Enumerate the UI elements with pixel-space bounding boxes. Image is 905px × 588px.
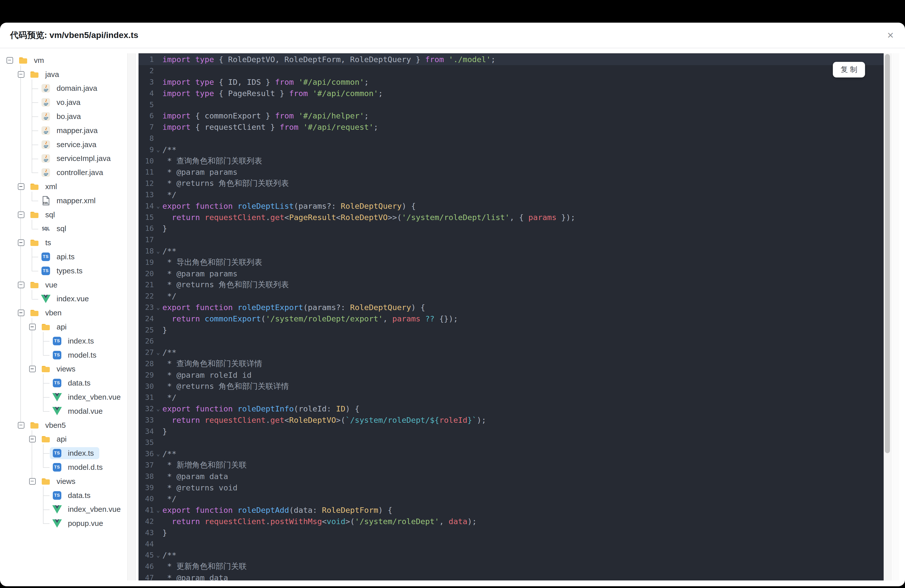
fold-chevron-icon[interactable]: ⌄ [154, 304, 162, 311]
tree-item-content: TSdata.ts [50, 489, 96, 502]
tree-item-sql[interactable]: sql [0, 208, 127, 222]
collapse-minus-icon[interactable] [18, 422, 24, 429]
tree-item-service-java[interactable]: service.java [0, 138, 127, 152]
tree-item-mapper-java[interactable]: mapper.java [0, 124, 127, 138]
code-line: 20 * @param params [138, 268, 884, 279]
tree-item-index-ts[interactable]: TSindex.ts [0, 446, 127, 460]
tree-item-api[interactable]: api [0, 432, 127, 447]
tree-item-domain-java[interactable]: domain.java [0, 81, 127, 95]
fold-chevron-icon[interactable]: ⌄ [154, 146, 162, 153]
fold-chevron-icon[interactable]: ⌄ [154, 405, 162, 412]
tree-item-types-ts[interactable]: TStypes.ts [0, 264, 127, 278]
tree-item-content: serviceImpl.java [38, 153, 116, 164]
tree-item-vben5[interactable]: vben5 [0, 418, 127, 432]
code-text: return requestClient.get<PageResult<Role… [162, 213, 575, 222]
tree-item-model-ts[interactable]: TSmodel.ts [0, 348, 127, 362]
tree-item-xml[interactable]: xml [0, 180, 127, 194]
tree-item-ts[interactable]: ts [0, 236, 127, 250]
vue-file-icon [52, 504, 62, 514]
tree-item-views[interactable]: views [0, 474, 127, 488]
code-scrollbar-thumb[interactable] [885, 54, 890, 453]
tree-item-vben[interactable]: vben [0, 306, 127, 320]
collapse-minus-icon[interactable] [29, 324, 36, 330]
tree-item-api[interactable]: api [0, 320, 127, 334]
tree-item-label: vben5 [45, 421, 66, 429]
code-line: 32⌄export function roleDeptInfo(roleId: … [138, 403, 884, 415]
collapse-minus-icon[interactable] [18, 71, 24, 78]
collapse-minus-icon[interactable] [18, 282, 24, 288]
tree-scrollbar-track[interactable] [127, 53, 136, 580]
code-line: 25} [138, 324, 884, 335]
line-number: 25 [138, 326, 154, 334]
tree-item-api-ts[interactable]: TSapi.ts [0, 250, 127, 264]
tree-item-label: mapper.xml [57, 196, 95, 205]
modal-scrollbar-track[interactable] [893, 53, 899, 580]
collapse-minus-icon[interactable] [18, 240, 24, 246]
tree-item-index-vben-vue[interactable]: index_vben.vue [0, 390, 127, 404]
tree-item-label: index_vben.vue [68, 393, 121, 401]
tree-item-java[interactable]: java [0, 67, 127, 81]
tree-item-mapper-xml[interactable]: XMLmapper.xml [0, 194, 127, 208]
tree-item-data-ts[interactable]: TSdata.ts [0, 488, 127, 502]
code-line: 6import { commonExport } from '#/api/hel… [138, 110, 884, 121]
tree-item-sql[interactable]: SQLsql [0, 222, 127, 236]
line-number: 41 [138, 506, 154, 514]
line-number: 23 [138, 303, 154, 311]
collapse-minus-icon[interactable] [18, 183, 24, 190]
fold-chevron-icon[interactable]: ⌄ [154, 248, 162, 254]
tree-item-views[interactable]: views [0, 362, 127, 376]
tree-item-content: index.vue [38, 293, 94, 305]
code-line: 45⌄/** [138, 550, 884, 561]
tree-item-data-ts[interactable]: TSdata.ts [0, 376, 127, 390]
tree-item-modal-vue[interactable]: modal.vue [0, 404, 127, 418]
modal-titlebar: 代码预览: vm/vben5/api/index.ts × [0, 23, 905, 48]
close-icon[interactable]: × [883, 28, 897, 42]
tree-item-index-ts[interactable]: TSindex.ts [0, 334, 127, 348]
collapse-minus-icon[interactable] [29, 436, 36, 442]
line-number: 10 [138, 157, 154, 165]
tree-item-model-d-ts[interactable]: TSmodel.d.ts [0, 460, 127, 474]
fold-chevron-icon[interactable]: ⌄ [154, 202, 162, 210]
tree-item-content: views [38, 475, 81, 488]
collapse-minus-icon[interactable] [29, 478, 36, 485]
tree-item-content: vben5 [27, 419, 71, 431]
line-number: 3 [138, 78, 154, 86]
code-line: 18⌄/** [138, 245, 884, 257]
tree-item-vm[interactable]: vm [0, 53, 127, 67]
line-number: 32 [138, 404, 154, 413]
svg-text:XML: XML [43, 202, 49, 205]
tree-item-vue[interactable]: vue [0, 278, 127, 292]
tree-item-content: bo.java [38, 110, 86, 122]
tree-item-label: ts [45, 238, 51, 247]
code-line: 37 * 新增角色和部门关联 [138, 459, 884, 471]
tree-item-label: popup.vue [68, 519, 103, 528]
fold-chevron-icon[interactable]: ⌄ [154, 450, 162, 457]
fold-chevron-icon[interactable]: ⌄ [154, 551, 162, 559]
folder-icon [41, 477, 51, 486]
fold-chevron-icon[interactable]: ⌄ [154, 349, 162, 356]
xml-file-icon: XML [41, 196, 51, 205]
collapse-minus-icon[interactable] [6, 57, 13, 64]
tree-item-content: api [38, 321, 72, 333]
tree-item-popup-vue[interactable]: popup.vue [0, 516, 127, 531]
tree-item-label: java [45, 70, 59, 79]
collapse-minus-icon[interactable] [18, 211, 24, 218]
tree-item-controller-java[interactable]: controller.java [0, 165, 127, 180]
line-number: 24 [138, 315, 154, 323]
code-line: 34} [138, 426, 884, 437]
tree-item-content: vue [27, 279, 63, 291]
collapse-minus-icon[interactable] [29, 366, 36, 372]
copy-button[interactable]: 复 制 [833, 62, 865, 78]
code-line: 13 */ [138, 189, 884, 200]
tree-item-bo-java[interactable]: bo.java [0, 110, 127, 124]
tree-item-index-vue[interactable]: index.vue [0, 292, 127, 306]
fold-chevron-icon[interactable]: ⌄ [154, 507, 162, 513]
code-text: * @returns 角色和部门关联列表 [162, 280, 289, 290]
folder-icon [30, 308, 39, 318]
ts-file-icon: TS [41, 252, 51, 262]
tree-item-vo-java[interactable]: vo.java [0, 95, 127, 110]
tree-item-index-vben-vue[interactable]: index_vben.vue [0, 502, 127, 516]
tree-item-serviceimpl-java[interactable]: serviceImpl.java [0, 152, 127, 166]
code-line: 33 return requestClient.get<RoleDeptVO>(… [138, 415, 884, 426]
collapse-minus-icon[interactable] [18, 310, 24, 316]
